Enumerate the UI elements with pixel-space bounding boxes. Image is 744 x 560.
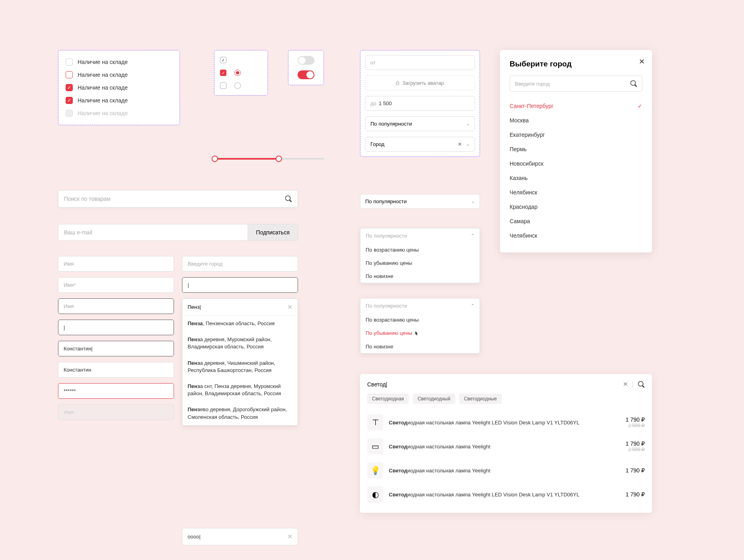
- close-icon[interactable]: ✕: [639, 57, 645, 66]
- check-icon: ✓: [638, 103, 642, 109]
- toggle-off[interactable]: [298, 56, 314, 65]
- city-select[interactable]: Город✕⌄: [365, 137, 475, 152]
- city-item[interactable]: Челябинск: [510, 185, 642, 200]
- subscribe-form: Ваш e-mail Подписаться: [58, 224, 298, 241]
- city-item[interactable]: Москва: [510, 113, 642, 128]
- product-search-input[interactable]: Поиск по товарам: [58, 190, 298, 208]
- autocomplete-item[interactable]: Пенза деревня, Муромский район, Владимир…: [182, 332, 298, 355]
- sort-select-header[interactable]: По популярности⌃: [360, 228, 480, 243]
- suggestion-chip[interactable]: Светодиодная: [367, 394, 409, 404]
- price-to-input[interactable]: до1 500: [365, 96, 475, 111]
- checkbox-checked-2[interactable]: ✓Наличие на складе: [66, 97, 172, 104]
- text-input-variants-left: Имя Имя* Имя | Константин| Константин **…: [58, 256, 174, 420]
- radio-selected[interactable]: [234, 70, 241, 76]
- city-name: Казань: [510, 175, 528, 181]
- password-input-error[interactable]: ******: [58, 383, 174, 399]
- city-item[interactable]: Новосибирск: [510, 156, 642, 171]
- upload-avatar-button[interactable]: ⎙ Загрузить аватар: [365, 76, 475, 90]
- search-result-item[interactable]: ⊤ Светодиодная настольная лампа Yeelight…: [367, 410, 645, 434]
- range-slider[interactable]: [214, 158, 324, 160]
- slider-handle-min[interactable]: [212, 156, 218, 162]
- checkbox-outline[interactable]: Наличие на складе: [66, 71, 172, 78]
- clear-icon[interactable]: ✕: [623, 380, 628, 388]
- price: 1 790 ₽: [626, 416, 645, 423]
- city-input-placeholder[interactable]: Введите город: [182, 256, 298, 272]
- checkbox-disabled: Наличие на складе: [66, 110, 172, 117]
- small-checkbox-red[interactable]: ✓: [220, 70, 226, 76]
- oooo-input-wrapper: oooo| ✕: [182, 528, 298, 545]
- search-icon: [285, 195, 292, 202]
- city-input-cursor[interactable]: |: [182, 277, 298, 293]
- price: 1 790 ₽: [626, 491, 645, 498]
- toggle-group: [288, 50, 324, 85]
- search-result-item[interactable]: 💡 Светодиодная настольная лампа Yeelight…: [367, 458, 645, 482]
- price: 1 790 ₽: [626, 467, 645, 474]
- upload-label: Загрузить аватар: [402, 80, 444, 86]
- checkbox-label: Наличие на складе: [78, 59, 128, 65]
- oooo-input[interactable]: oooo| ✕: [182, 528, 298, 545]
- modal-title: Выберите город: [510, 60, 642, 68]
- sort-label: По популярности: [365, 198, 407, 204]
- slider-handle-max[interactable]: [276, 156, 282, 162]
- sort-option-hovered[interactable]: По убыванию цены: [360, 326, 480, 340]
- autocomplete-input[interactable]: Пенз| ✕: [182, 299, 298, 316]
- old-price: 2 599 ₽: [626, 423, 645, 428]
- search-result-item[interactable]: ▭ Светодиодная настольная лампа Yeelight…: [367, 434, 645, 458]
- small-checkbox-empty[interactable]: [220, 82, 226, 89]
- sort-select-standalone[interactable]: По популярности⌄: [360, 194, 480, 209]
- city-item[interactable]: Краснодар: [510, 200, 642, 214]
- name-input-typing[interactable]: Константин|: [58, 341, 174, 356]
- checkbox-default[interactable]: Наличие на складе: [66, 58, 172, 66]
- chevron-up-icon: ⌃: [471, 233, 474, 238]
- sort-option[interactable]: По убыванию цены: [360, 256, 480, 270]
- search-results-panel: Светод| ✕ | Светодиодная Светодиодный Св…: [360, 374, 652, 513]
- slider-fill: [214, 158, 278, 160]
- city-name: Санкт-Петербург: [510, 103, 554, 109]
- city-item[interactable]: Челябинск: [510, 228, 642, 243]
- sort-label: По популярности: [370, 121, 412, 127]
- search-query[interactable]: Светод|: [367, 381, 387, 388]
- city-name: Новосибирск: [510, 160, 544, 167]
- checkbox-checked[interactable]: ✓Наличие на складе: [66, 84, 172, 91]
- toggle-on[interactable]: [298, 70, 314, 79]
- subscribe-button[interactable]: Подписаться: [248, 224, 298, 241]
- sort-option[interactable]: По возрастанию цены: [360, 243, 480, 256]
- autocomplete-item[interactable]: Пенза деревня, Чишминский район, Республ…: [182, 355, 298, 378]
- checkbox-box: [66, 71, 73, 78]
- city-item-selected[interactable]: Санкт-Петербург✓: [510, 99, 642, 113]
- sort-option[interactable]: По новизне: [360, 340, 480, 353]
- checkbox-box: [66, 58, 73, 66]
- city-item[interactable]: Екатеринбург: [510, 128, 642, 142]
- city-item[interactable]: Пермь: [510, 142, 642, 156]
- name-input-cursor[interactable]: |: [58, 320, 174, 335]
- autocomplete-item[interactable]: Пенза, Пензенская область, Россия: [182, 316, 298, 332]
- city-item[interactable]: Самара: [510, 214, 642, 228]
- clear-icon[interactable]: ✕: [287, 533, 292, 540]
- name-input-focus-empty[interactable]: Имя: [58, 298, 174, 314]
- radio-empty[interactable]: [234, 82, 241, 89]
- city-name: Самара: [510, 218, 530, 224]
- autocomplete-item[interactable]: Пенза снт, Пенза деревня, Муромский райо…: [182, 378, 298, 402]
- name-input-default[interactable]: Имя: [58, 256, 174, 272]
- search-result-item[interactable]: ◐ Светодиодная настольная лампа Yeelight…: [367, 482, 645, 506]
- suggestion-chip[interactable]: Светодиодные: [459, 394, 502, 404]
- name-input-required[interactable]: Имя*: [58, 277, 174, 293]
- search-icon[interactable]: [638, 381, 645, 388]
- clear-icon[interactable]: ✕: [458, 141, 462, 147]
- autocomplete-item[interactable]: Пензево деревня, Дорогобужский район, См…: [182, 402, 298, 425]
- chevron-down-icon: ⌄: [471, 199, 475, 204]
- bulb-icon: 💡: [367, 462, 383, 478]
- sort-select[interactable]: По популярности⌄: [365, 116, 475, 131]
- sort-select-open: По популярности⌃ По возрастанию цены По …: [360, 228, 480, 283]
- price-from-input[interactable]: от: [365, 55, 475, 70]
- email-input[interactable]: Ваш e-mail: [58, 224, 248, 241]
- sort-option[interactable]: По возрастанию цены: [360, 313, 480, 326]
- city-search-input[interactable]: Введите город: [510, 76, 642, 92]
- name-input-filled[interactable]: Константин: [58, 362, 174, 378]
- sort-select-header[interactable]: По популярности⌃: [360, 298, 480, 313]
- city-item[interactable]: Казань: [510, 171, 642, 185]
- sort-option[interactable]: По новизне: [360, 270, 480, 283]
- clear-icon[interactable]: ✕: [287, 303, 292, 311]
- small-checkbox-checked[interactable]: ✓: [220, 57, 226, 63]
- suggestion-chip[interactable]: Светодиодный: [413, 394, 455, 404]
